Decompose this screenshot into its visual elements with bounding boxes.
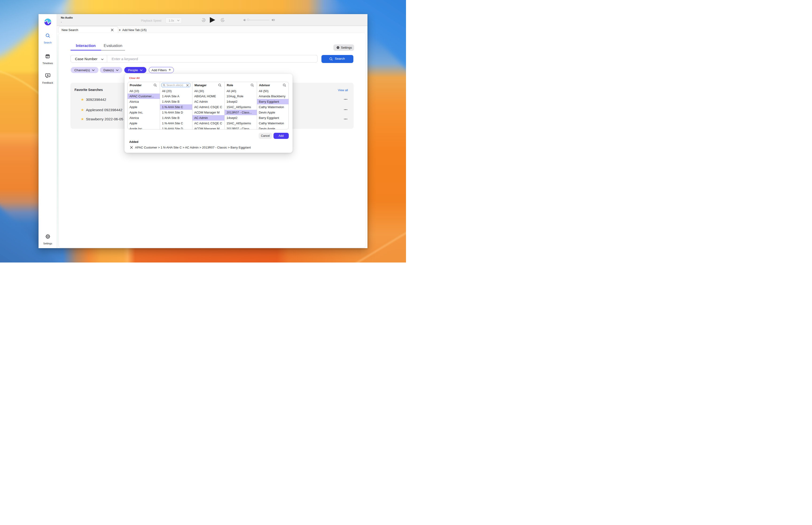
svg-text:10: 10: [222, 19, 224, 21]
svg-text:10: 10: [203, 19, 205, 21]
